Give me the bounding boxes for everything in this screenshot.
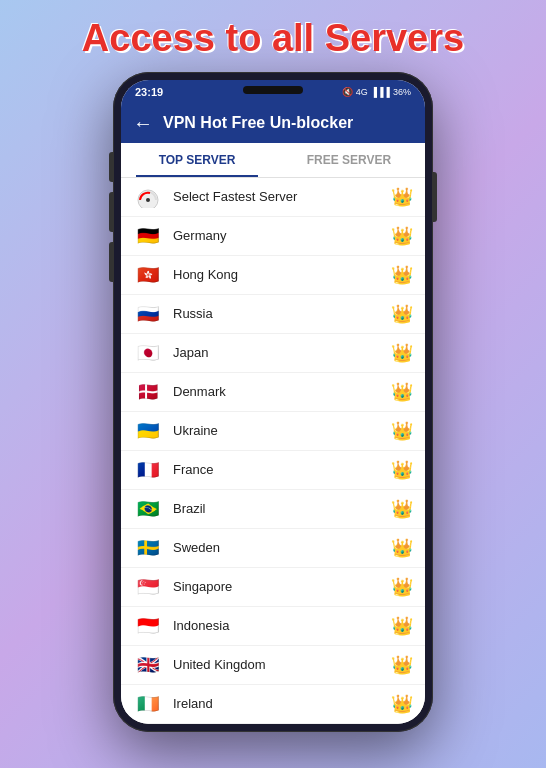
server-item[interactable]: 🇬🇧United Kingdom👑 <box>121 646 425 685</box>
server-item[interactable]: 🇮🇪Ireland👑 <box>121 685 425 724</box>
signal-bars: ▐▐▐ <box>371 87 390 97</box>
battery-text: 36% <box>393 87 411 97</box>
server-item[interactable]: Select Fastest Server👑 <box>121 178 425 217</box>
server-name: Singapore <box>173 579 391 594</box>
server-item[interactable]: 🇩🇰Denmark👑 <box>121 373 425 412</box>
server-name: Indonesia <box>173 618 391 633</box>
premium-icon: 👑 <box>391 498 413 520</box>
server-name: Select Fastest Server <box>173 189 391 204</box>
premium-icon: 👑 <box>391 654 413 676</box>
server-name: United Kingdom <box>173 657 391 672</box>
premium-icon: 👑 <box>391 693 413 715</box>
server-item[interactable]: 🇸🇬Singapore👑 <box>121 568 425 607</box>
svg-point-1 <box>146 198 150 202</box>
phone-camera <box>243 86 303 94</box>
tab-top-server[interactable]: TOP SERVER <box>121 143 273 177</box>
phone-screen: 23:19 🔇 4G ▐▐▐ 36% ← VPN Hot Free Un-blo… <box>121 80 425 724</box>
server-name: Russia <box>173 306 391 321</box>
server-name: Hong Kong <box>173 267 391 282</box>
header-banner: Access to all Servers <box>82 18 464 60</box>
vol-up-button <box>109 152 113 182</box>
server-name: Ukraine <box>173 423 391 438</box>
server-name: Sweden <box>173 540 391 555</box>
power-button <box>433 172 437 222</box>
vol-down-button <box>109 192 113 232</box>
server-name: Japan <box>173 345 391 360</box>
server-item[interactable]: 🇯🇵Japan👑 <box>121 334 425 373</box>
premium-icon: 👑 <box>391 264 413 286</box>
premium-icon: 👑 <box>391 303 413 325</box>
back-button[interactable]: ← <box>133 112 153 135</box>
premium-icon: 👑 <box>391 381 413 403</box>
server-item[interactable]: 🇺🇦Ukraine👑 <box>121 412 425 451</box>
server-item[interactable]: 🇷🇺Russia👑 <box>121 295 425 334</box>
server-item[interactable]: 🇸🇪Sweden👑 <box>121 529 425 568</box>
status-time: 23:19 <box>135 86 163 98</box>
server-name: Ireland <box>173 696 391 711</box>
premium-icon: 👑 <box>391 225 413 247</box>
server-name: Germany <box>173 228 391 243</box>
server-item[interactable]: 🇭🇰Hong Kong👑 <box>121 256 425 295</box>
server-item[interactable]: 🇮🇩Indonesia👑 <box>121 607 425 646</box>
server-item[interactable]: 🇧🇷Brazil👑 <box>121 490 425 529</box>
server-item[interactable]: 🇩🇪Germany👑 <box>121 217 425 256</box>
server-name: France <box>173 462 391 477</box>
phone-frame: 23:19 🔇 4G ▐▐▐ 36% ← VPN Hot Free Un-blo… <box>113 72 433 732</box>
top-bar: ← VPN Hot Free Un-blocker <box>121 104 425 143</box>
premium-icon: 👑 <box>391 459 413 481</box>
premium-icon: 👑 <box>391 615 413 637</box>
status-icons: 🔇 4G ▐▐▐ 36% <box>342 87 411 97</box>
server-list: Select Fastest Server👑🇩🇪Germany👑🇭🇰Hong K… <box>121 178 425 724</box>
signal-text: 4G <box>356 87 368 97</box>
tab-free-server[interactable]: FREE SERVER <box>273 143 425 177</box>
tabs-container: TOP SERVER FREE SERVER <box>121 143 425 178</box>
mute-icon: 🔇 <box>342 87 353 97</box>
bixby-button <box>109 242 113 282</box>
server-item[interactable]: 🇫🇷France👑 <box>121 451 425 490</box>
app-title: VPN Hot Free Un-blocker <box>163 114 353 132</box>
premium-icon: 👑 <box>391 342 413 364</box>
premium-icon: 👑 <box>391 537 413 559</box>
premium-icon: 👑 <box>391 420 413 442</box>
premium-icon: 👑 <box>391 576 413 598</box>
premium-icon: 👑 <box>391 186 413 208</box>
server-name: Denmark <box>173 384 391 399</box>
server-name: Brazil <box>173 501 391 516</box>
